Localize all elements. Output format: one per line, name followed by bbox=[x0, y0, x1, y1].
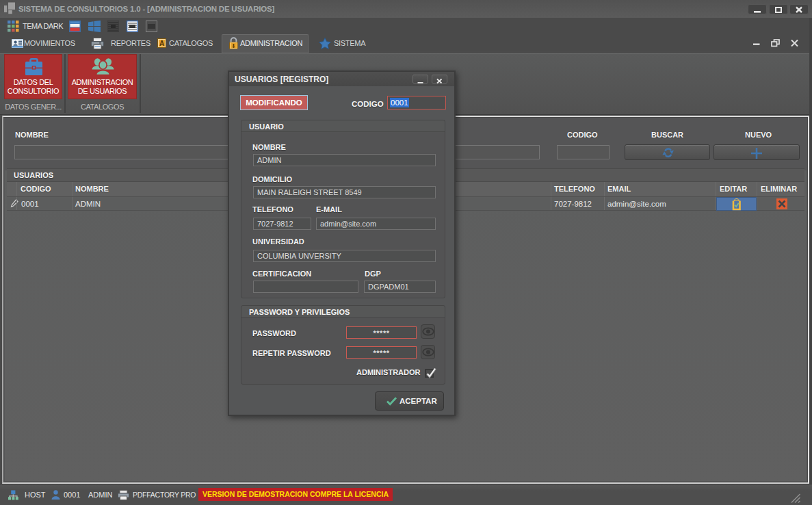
svg-text:A: A bbox=[159, 40, 164, 47]
